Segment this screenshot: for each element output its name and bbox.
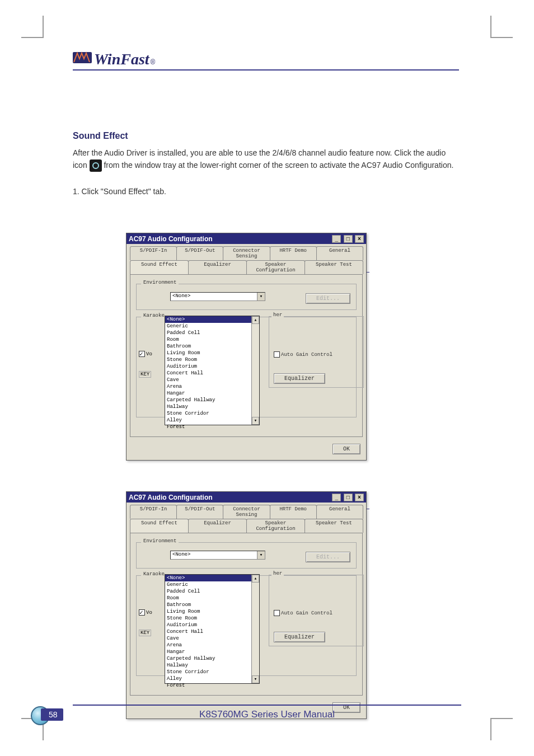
chevron-down-icon[interactable]: ▾ (257, 293, 265, 300)
list-item[interactable]: Auditorium (165, 363, 259, 370)
tab-equalizer[interactable]: Equalizer (188, 260, 247, 274)
voice-cancel-checkbox[interactable]: Vo (139, 351, 152, 357)
environment-dropdown-list[interactable]: <None> Generic Padded Cell Room Bathroom… (165, 316, 260, 425)
tab-sound-effect[interactable]: Sound Effect (130, 260, 189, 274)
voice-cancel-checkbox[interactable]: Vo (139, 609, 152, 616)
tab-speaker-test[interactable]: Speaker Test (305, 519, 363, 533)
scrollbar[interactable]: ▴ ▾ (251, 316, 259, 425)
equalizer-button[interactable]: Equalizer (274, 632, 325, 642)
tab-equalizer[interactable]: Equalizer (188, 519, 247, 533)
crop-mark (490, 16, 513, 38)
titlebar-buttons: _ □ × (331, 493, 364, 501)
tab-connector-sensing[interactable]: Connector Sensing (223, 246, 270, 260)
scroll-down-button[interactable]: ▾ (252, 675, 259, 683)
list-item[interactable]: Hangar (165, 649, 259, 655)
list-item[interactable]: Padded Cell (165, 588, 259, 595)
maximize-button[interactable]: □ (344, 494, 353, 501)
page-number: 58 (41, 708, 63, 721)
tab-speaker-config[interactable]: Speaker Configuration (246, 260, 305, 274)
tab-sound-effect[interactable]: Sound Effect (130, 519, 189, 533)
list-item[interactable]: Living Room (165, 608, 259, 615)
list-item[interactable]: Forest (165, 682, 259, 689)
scroll-track[interactable] (252, 324, 259, 417)
agc-checkbox[interactable]: Auto Gain Control (274, 351, 359, 358)
equalizer-button[interactable]: Equalizer (274, 373, 325, 384)
tab-spdif-in[interactable]: S/PDIF-In (130, 505, 177, 519)
ok-button[interactable]: OK (332, 444, 360, 454)
list-item[interactable]: Hangar (165, 390, 259, 397)
karaoke-group: Karaoke <None> Generic Padded Cell Room … (136, 317, 357, 417)
crop-mark (21, 16, 44, 38)
list-item[interactable]: Generic (165, 323, 259, 330)
list-item[interactable]: Forest (165, 424, 259, 430)
environment-group: Environment <None> ▾ Edit... (136, 542, 357, 569)
tab-speaker-test[interactable]: Speaker Test (305, 260, 363, 274)
list-item[interactable]: Stone Corridor (165, 669, 259, 675)
chevron-down-icon[interactable]: ▾ (257, 551, 265, 559)
edit-button[interactable]: Edit... (306, 552, 350, 562)
list-item[interactable]: Living Room (165, 350, 259, 356)
list-item[interactable]: Bathroom (165, 343, 259, 350)
list-item[interactable]: Arena (165, 642, 259, 649)
list-item[interactable]: Carpeted Hallway (165, 397, 259, 403)
list-item[interactable]: <None> (165, 316, 259, 323)
titlebar: AC97 Audio Configuration _ □ × (127, 233, 366, 244)
list-item[interactable]: Padded Cell (165, 330, 259, 336)
tab-hrtf-demo[interactable]: HRTF Demo (270, 246, 317, 260)
minimize-button[interactable]: _ (332, 235, 341, 243)
list-item[interactable]: Stone Room (165, 356, 259, 363)
list-item[interactable]: Room (165, 595, 259, 602)
other-group-label: her (271, 312, 284, 318)
list-item[interactable]: Cave (165, 377, 259, 383)
list-item[interactable]: <None> (165, 575, 259, 581)
scroll-up-button[interactable]: ▴ (252, 575, 259, 583)
winfast-logo-icon (73, 51, 93, 64)
tab-spdif-out[interactable]: S/PDIF-Out (176, 246, 223, 260)
footer-text: K8S760MG Series User Manual (0, 709, 534, 720)
titlebar-buttons: _ □ × (331, 234, 364, 243)
list-item[interactable]: Hallway (165, 403, 259, 410)
tab-general[interactable]: General (316, 505, 363, 519)
close-button[interactable]: × (355, 494, 364, 501)
tab-spdif-in[interactable]: S/PDIF-In (130, 246, 177, 260)
maximize-button[interactable]: □ (344, 235, 353, 243)
list-item[interactable]: Cave (165, 635, 259, 642)
tab-spdif-out[interactable]: S/PDIF-Out (176, 505, 223, 519)
list-item[interactable]: Room (165, 336, 259, 343)
edit-button[interactable]: Edit... (306, 293, 350, 304)
list-item[interactable]: Arena (165, 383, 259, 390)
list-item[interactable]: Hallway (165, 662, 259, 669)
list-item[interactable]: Generic (165, 581, 259, 588)
scroll-track[interactable] (252, 583, 259, 675)
list-item[interactable]: Bathroom (165, 602, 259, 608)
scrollbar[interactable]: ▴ ▾ (251, 575, 259, 683)
list-item[interactable]: Carpeted Hallway (165, 655, 259, 662)
dialog-window-1: AC97 Audio Configuration _ □ × S/PDIF-In… (126, 233, 367, 461)
list-item[interactable]: Stone Corridor (165, 410, 259, 417)
crop-mark (490, 718, 513, 740)
list-item[interactable]: Concert Hall (165, 628, 259, 635)
scroll-down-button[interactable]: ▾ (252, 417, 259, 425)
tab-general[interactable]: General (316, 246, 363, 260)
footer-rule (73, 705, 461, 706)
environment-combo[interactable]: <None> ▾ (170, 292, 265, 301)
list-item[interactable]: Stone Room (165, 615, 259, 622)
environment-dropdown-list[interactable]: <None> Generic Padded Cell Room Bathroom… (165, 575, 260, 684)
list-item[interactable]: Alley (165, 417, 259, 424)
karaoke-label: Karaoke (141, 571, 167, 577)
registered-mark: ® (151, 58, 156, 66)
intro-paragraph: Sound Effect After the Audio Driver is i… (73, 129, 459, 198)
step-1-text: 1. Click "Sound Effect" tab. (73, 185, 459, 198)
tab-connector-sensing[interactable]: Connector Sensing (223, 505, 270, 519)
minimize-button[interactable]: _ (332, 494, 341, 501)
environment-label: Environment (141, 280, 179, 285)
scroll-up-button[interactable]: ▴ (252, 316, 259, 324)
tab-hrtf-demo[interactable]: HRTF Demo (270, 505, 317, 519)
tab-speaker-config[interactable]: Speaker Configuration (246, 519, 305, 533)
close-button[interactable]: × (355, 235, 364, 243)
agc-checkbox[interactable]: Auto Gain Control (274, 610, 359, 616)
list-item[interactable]: Concert Hall (165, 370, 259, 377)
environment-combo[interactable]: <None> ▾ (170, 551, 265, 560)
list-item[interactable]: Auditorium (165, 622, 259, 628)
list-item[interactable]: Alley (165, 675, 259, 682)
